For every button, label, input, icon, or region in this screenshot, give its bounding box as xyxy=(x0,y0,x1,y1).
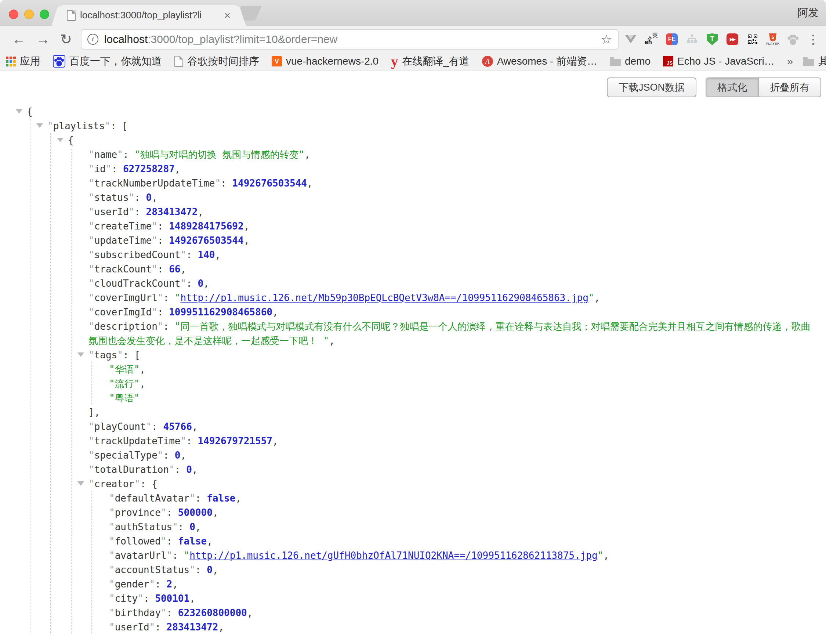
bookmark-star-icon[interactable]: ☆ xyxy=(601,32,612,47)
json-punct: , xyxy=(140,364,145,375)
bookmark-youdao[interactable]: y 在线翻译_有道 xyxy=(391,54,469,68)
json-punct: , xyxy=(215,249,220,260)
paw-extension-icon[interactable] xyxy=(787,32,799,46)
collapse-toggle-icon[interactable] xyxy=(78,481,84,486)
json-punct: : xyxy=(157,264,169,275)
json-punct: : xyxy=(163,321,175,332)
download-json-button[interactable]: 下载JSON数据 xyxy=(607,78,696,97)
format-button[interactable]: 格式化 xyxy=(706,78,758,96)
bookmark-google-sort[interactable]: 谷歌按时间排序 xyxy=(174,54,259,68)
menu-dots-icon[interactable]: ⋮ xyxy=(807,32,820,46)
bookmark-baidu[interactable]: 百度一下，你就知道 xyxy=(53,54,162,68)
zoom-window-button[interactable] xyxy=(40,9,49,19)
page-icon xyxy=(67,10,76,21)
json-branch: "playlists": [{"name": "独唱与对唱的切换 氛围与情感的转… xyxy=(30,119,820,635)
quote: " xyxy=(189,564,195,575)
apps-grid-icon xyxy=(6,57,16,67)
json-key: "subscribedCount" xyxy=(88,249,186,260)
json-key: "trackUpdateTime" xyxy=(88,436,186,447)
quote: " xyxy=(157,450,163,461)
json-line: "id": 627258287, xyxy=(88,162,820,176)
json-line: "trackNumberUpdateTime": 1492676503544, xyxy=(88,176,820,191)
json-number: 0 xyxy=(186,464,192,475)
json-key-name: trackNumberUpdateTime xyxy=(94,178,215,189)
json-punct: : [ xyxy=(123,349,140,360)
json-punct: , xyxy=(197,206,203,217)
json-link[interactable]: http://p1.music.126.net/gUfH0bhzOfAl71NU… xyxy=(189,550,597,561)
json-line: "华语", xyxy=(109,362,820,377)
page-content: 下载JSON数据 格式化 折叠所有 {"playlists": [{"name"… xyxy=(0,71,826,644)
bookmark-echojs[interactable]: JS Echo JS - JavaScri… xyxy=(663,56,775,67)
json-key-name: trackUpdateTime xyxy=(94,436,181,447)
info-icon[interactable]: i xyxy=(87,34,98,45)
json-line: "authStatus": 0, xyxy=(109,520,820,534)
json-link[interactable]: http://p1.music.126.net/Mb59p30BpEQLcBQe… xyxy=(180,292,588,303)
bookmark-awesomes[interactable]: A Awesomes - 前端资… xyxy=(482,54,597,68)
json-key-name: userId xyxy=(94,206,129,217)
quote: " xyxy=(152,264,157,275)
quote: " xyxy=(88,264,94,275)
collapse-toggle-icon[interactable] xyxy=(36,123,43,128)
json-key: "creator" xyxy=(88,478,140,489)
close-window-button[interactable] xyxy=(9,9,19,19)
fe-extension-icon[interactable]: FE xyxy=(666,32,678,46)
json-punct: , xyxy=(180,450,186,461)
video-speed-icon[interactable]: ▶▶ xyxy=(726,32,739,46)
json-line: "tags": [ xyxy=(88,348,820,362)
json-key-name: subscribedCount xyxy=(94,249,181,260)
tampermonkey-icon[interactable]: T xyxy=(706,32,719,46)
sitemap-icon[interactable] xyxy=(686,32,698,46)
json-number: 1492676503544 xyxy=(169,235,244,246)
back-icon[interactable]: ← xyxy=(12,32,26,46)
quote: " xyxy=(105,120,111,132)
json-key: "totalDuration" xyxy=(88,464,175,475)
quote: " xyxy=(149,622,155,633)
json-line: "trackCount": 66, xyxy=(88,262,820,276)
bookmark-apps[interactable]: 应用 xyxy=(6,54,40,68)
json-key-name: gender xyxy=(115,579,149,590)
minimize-window-button[interactable] xyxy=(24,9,34,19)
tab-close-icon[interactable]: × xyxy=(224,10,231,21)
collapse-toggle-icon[interactable] xyxy=(16,109,22,113)
json-number: 283413472 xyxy=(167,622,219,633)
bookmark-other-folder[interactable]: 其他书签 xyxy=(803,54,826,68)
echojs-icon: JS xyxy=(663,56,673,67)
bookmark-vue-hackernews[interactable]: V vue-hackernews-2.0 xyxy=(272,56,379,67)
quote: " xyxy=(129,206,135,217)
vue-devtools-icon[interactable] xyxy=(624,32,637,46)
qr-code-icon[interactable] xyxy=(746,32,759,46)
json-number: 1492676503544 xyxy=(232,178,307,189)
collapse-toggle-icon[interactable] xyxy=(57,138,64,142)
quote: " xyxy=(180,249,186,260)
json-branch: "name": "独唱与对唱的切换 氛围与情感的转变","id": 627258… xyxy=(71,147,820,635)
browser-window: localhost:3000/top_playlist?li × 阿发 ← → … xyxy=(0,0,826,644)
quote: " xyxy=(180,278,186,289)
bookmark-demo[interactable]: demo xyxy=(610,56,651,67)
json-punct: { xyxy=(27,106,33,117)
bookmarks-overflow-icon[interactable]: » xyxy=(787,55,793,68)
forward-icon[interactable]: → xyxy=(36,32,50,46)
json-branch: "defaultAvatar": false,"province": 50000… xyxy=(92,491,820,635)
quote: " xyxy=(88,321,94,332)
collapse-toggle-icon[interactable] xyxy=(78,352,84,357)
json-number: 0 xyxy=(175,450,181,461)
url-host: localhost xyxy=(104,33,148,45)
json-line: "avatarUrl": "http://p1.music.126.net/gU… xyxy=(109,549,820,563)
json-key-name: createTime xyxy=(94,221,152,232)
browser-tab[interactable]: localhost:3000/top_playlist?li × xyxy=(60,5,237,26)
reload-icon[interactable]: ↻ xyxy=(60,32,72,46)
translate-icon[interactable]: 英 ⇄ en xyxy=(644,33,658,46)
json-key: "province" xyxy=(109,507,167,518)
json-line: "playCount": 45766, xyxy=(88,420,820,434)
toolbar: ← → ↻ i localhost:3000/top_playlist?limi… xyxy=(0,26,826,53)
quote: " xyxy=(109,622,115,633)
json-viewer-controls: 下载JSON数据 格式化 折叠所有 xyxy=(607,78,821,97)
collapse-all-button[interactable]: 折叠所有 xyxy=(758,78,820,96)
address-bar[interactable]: i localhost:3000/top_playlist?limit=10&o… xyxy=(81,29,619,50)
json-key-name: avatarUrl xyxy=(115,550,167,561)
json-key-name: status xyxy=(94,192,129,203)
html5-player-icon[interactable]: 5 PLAYER xyxy=(767,32,779,46)
profile-name[interactable]: 阿发 xyxy=(797,0,819,26)
json-key: "createTime" xyxy=(88,221,157,232)
json-punct: : xyxy=(178,521,189,532)
